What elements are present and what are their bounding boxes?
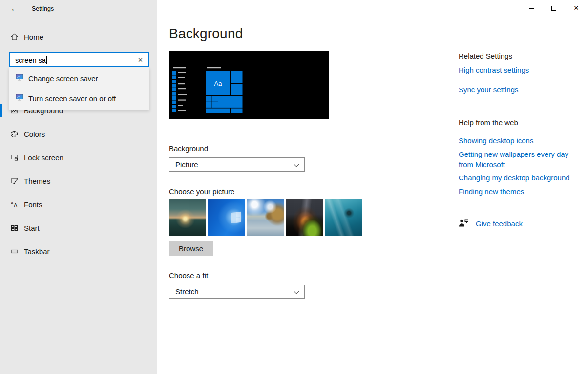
link-finding-new-themes[interactable]: Finding new themes — [459, 186, 573, 197]
window-controls: ✕ — [520, 0, 588, 16]
chevron-down-icon — [294, 287, 299, 296]
background-preview: Aa — [169, 51, 329, 119]
fit-select[interactable]: Stretch — [169, 285, 305, 299]
choose-fit-label: Choose a fit — [169, 271, 208, 280]
themes-icon — [10, 177, 19, 185]
chevron-down-icon — [294, 160, 299, 169]
close-icon: ✕ — [573, 5, 579, 12]
home-icon — [10, 33, 19, 41]
maximize-button[interactable] — [543, 0, 565, 16]
search-suggestions: Change screen saver Turn screen saver on… — [9, 67, 149, 110]
link-high-contrast[interactable]: High contrast settings — [459, 65, 573, 75]
suggestion-change-screen-saver[interactable]: Change screen saver — [9, 68, 149, 88]
start-tiles-icon — [10, 224, 19, 232]
sidebar-item-label: Lock screen — [24, 154, 63, 162]
sidebar-item-label: Start — [24, 224, 40, 232]
link-changing-desktop-background[interactable]: Changing my desktop background — [459, 173, 573, 183]
give-feedback-label: Give feedback — [476, 220, 523, 228]
sidebar-item-lock-screen[interactable]: Lock screen — [0, 148, 157, 167]
search-input[interactable]: screen sa ✕ — [9, 52, 149, 67]
give-feedback-link[interactable]: Give feedback — [459, 218, 523, 229]
suggestion-label: Change screen saver — [28, 74, 98, 83]
page-title: Background — [169, 26, 243, 42]
fonts-icon: AA — [10, 200, 19, 209]
thumbnail-underwater[interactable] — [325, 199, 362, 236]
selected-accent-bar — [0, 104, 2, 117]
link-showing-desktop-icons[interactable]: Showing desktop icons — [459, 135, 573, 146]
sidebar-item-start[interactable]: Start — [0, 218, 157, 238]
screen-saver-icon — [16, 74, 23, 83]
picture-thumbnails — [169, 199, 362, 236]
choose-picture-label: Choose your picture — [169, 187, 234, 196]
sidebar-item-label: Fonts — [24, 200, 42, 209]
back-arrow-icon: ← — [11, 4, 19, 14]
related-settings-title: Related Settings — [459, 52, 512, 60]
sidebar-item-taskbar[interactable]: Taskbar — [0, 242, 157, 261]
palette-icon — [10, 130, 19, 138]
select-value: Stretch — [175, 287, 199, 296]
minimize-button[interactable] — [520, 0, 543, 16]
thumbnail-windows-default[interactable] — [208, 199, 245, 236]
sidebar-item-colors[interactable]: Colors — [0, 124, 157, 144]
window-title: Settings — [32, 5, 54, 12]
maximize-icon — [551, 6, 556, 11]
help-from-web-title: Help from the web — [459, 118, 518, 127]
thumbnail-beach-rocks[interactable] — [247, 199, 284, 236]
start-menu-mockup: Aa — [169, 51, 329, 119]
browse-button[interactable]: Browse — [169, 241, 213, 256]
thumbnail-ocean-sunset[interactable] — [169, 199, 206, 236]
sidebar-item-fonts[interactable]: AA Fonts — [0, 195, 157, 214]
background-field-label: Background — [169, 144, 208, 153]
minimize-icon — [529, 8, 534, 9]
close-button[interactable]: ✕ — [565, 0, 588, 16]
windows-logo-glow — [231, 212, 241, 223]
link-getting-new-wallpapers[interactable]: Getting new wallpapers every day from Mi… — [459, 149, 573, 170]
text-caret — [46, 56, 47, 64]
clear-search-icon[interactable]: ✕ — [136, 55, 145, 65]
sidebar-item-label: Colors — [24, 130, 45, 138]
feedback-person-icon — [459, 218, 469, 229]
sidebar: ← Settings Home Background Colors — [0, 0, 157, 374]
sidebar-item-themes[interactable]: Themes — [0, 171, 157, 191]
background-type-select[interactable]: Picture — [169, 157, 305, 172]
taskbar-icon — [10, 247, 19, 256]
sidebar-item-home[interactable]: Home — [0, 27, 157, 46]
back-button[interactable]: ← — [6, 2, 23, 15]
svg-text:A: A — [14, 202, 18, 208]
select-value: Picture — [175, 160, 198, 169]
sidebar-item-label: Taskbar — [24, 247, 50, 256]
sidebar-item-label: Themes — [24, 177, 50, 185]
screen-saver-icon — [16, 94, 23, 103]
aa-tile-label: Aa — [214, 80, 223, 87]
suggestion-turn-screen-saver[interactable]: Turn screen saver on or off — [9, 88, 149, 109]
link-sync-settings[interactable]: Sync your settings — [459, 85, 573, 95]
sidebar-item-label: Home — [24, 33, 43, 41]
search-value: screen sa — [15, 56, 46, 64]
settings-window: ← Settings Home Background Colors — [0, 0, 588, 374]
suggestion-label: Turn screen saver on or off — [28, 94, 116, 103]
lock-screen-icon — [10, 154, 19, 162]
thumbnail-night-sky[interactable] — [286, 199, 323, 236]
